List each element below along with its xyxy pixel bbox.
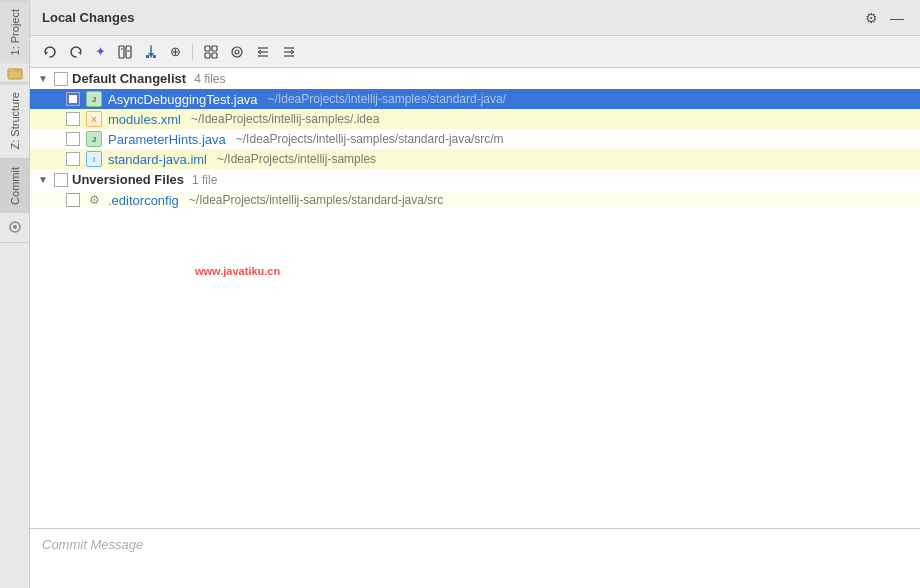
changelist-default-header[interactable]: ▼ Default Changelist 4 files bbox=[30, 68, 920, 89]
checkbox-modules[interactable] bbox=[66, 112, 80, 126]
toggle-unversioned[interactable]: ▼ bbox=[38, 174, 50, 185]
checkbox-async[interactable] bbox=[66, 92, 80, 106]
config-icon-editorconfig: ⚙ bbox=[86, 192, 102, 208]
changelist-unversioned: ▼ Unversioned Files 1 file ⚙ .editorconf… bbox=[30, 169, 920, 210]
filename-editorconfig: .editorconfig bbox=[108, 193, 179, 208]
group-by-btn[interactable] bbox=[199, 43, 223, 61]
revert-btn[interactable] bbox=[64, 43, 88, 61]
file-item-iml[interactable]: I standard-java.iml ~/IdeaProjects/intel… bbox=[30, 149, 920, 169]
refresh-btn[interactable] bbox=[38, 43, 62, 61]
changelist-default: ▼ Default Changelist 4 files J AsyncDebu… bbox=[30, 68, 920, 169]
show-diff-btn[interactable] bbox=[113, 43, 137, 61]
sidebar-tab-project-label: 1: Project bbox=[9, 9, 21, 55]
expand-icon bbox=[256, 45, 270, 59]
file-tree: ▼ Default Changelist 4 files J AsyncDebu… bbox=[30, 68, 920, 528]
folder-icon-btn[interactable] bbox=[0, 63, 30, 83]
expand-all-btn[interactable] bbox=[251, 43, 275, 61]
changelist-unversioned-name: Unversioned Files bbox=[72, 172, 184, 187]
file-item-editorconfig[interactable]: ⚙ .editorconfig ~/IdeaProjects/intellij-… bbox=[30, 190, 920, 210]
svg-rect-15 bbox=[205, 53, 210, 58]
circle-icon bbox=[8, 220, 22, 234]
collapse-icon bbox=[282, 45, 296, 59]
tree-padding bbox=[30, 210, 920, 290]
preview-icon bbox=[230, 45, 244, 59]
settings-button[interactable]: ⚙ bbox=[861, 8, 882, 28]
java-icon-async: J bbox=[86, 91, 102, 107]
checkbox-parameterhints[interactable] bbox=[66, 132, 80, 146]
svg-marker-4 bbox=[78, 52, 81, 55]
panel-header: Local Changes ⚙ — bbox=[30, 0, 920, 36]
filepath-iml: ~/IdeaProjects/intellij-samples bbox=[217, 152, 376, 166]
panel-header-actions: ⚙ — bbox=[861, 8, 908, 28]
svg-rect-6 bbox=[126, 46, 131, 58]
update-btn[interactable] bbox=[139, 43, 163, 61]
main-content: Local Changes ⚙ — ✦ bbox=[30, 0, 920, 588]
file-item-modules[interactable]: X modules.xml ~/IdeaProjects/intellij-sa… bbox=[30, 109, 920, 129]
file-item-parameterhints[interactable]: J ParameterHints.java ~/IdeaProjects/int… bbox=[30, 129, 920, 149]
filename-parameterhints: ParameterHints.java bbox=[108, 132, 226, 147]
sidebar-tab-commit[interactable]: Commit bbox=[0, 158, 29, 213]
refresh-icon bbox=[43, 45, 57, 59]
filename-async: AsyncDebuggingTest.java bbox=[108, 92, 258, 107]
sidebar-tab-project[interactable]: 1: Project bbox=[0, 0, 29, 63]
svg-rect-11 bbox=[146, 55, 149, 58]
checkbox-editorconfig[interactable] bbox=[66, 193, 80, 207]
commit-area: Commit Message bbox=[30, 528, 920, 588]
filename-iml: standard-java.iml bbox=[108, 152, 207, 167]
diff-icon bbox=[118, 45, 132, 59]
iml-icon: I bbox=[86, 151, 102, 167]
sidebar-tab-structure[interactable]: Z: Structure bbox=[0, 83, 29, 157]
checkbox-iml[interactable] bbox=[66, 152, 80, 166]
svg-point-2 bbox=[13, 225, 17, 229]
svg-point-18 bbox=[235, 50, 239, 54]
checkbox-unversioned[interactable] bbox=[54, 173, 68, 187]
collapse-all-btn[interactable] bbox=[277, 43, 301, 61]
svg-rect-12 bbox=[153, 55, 156, 58]
minimize-button[interactable]: — bbox=[886, 8, 908, 28]
changelist-default-count: 4 files bbox=[194, 72, 225, 86]
changelist-unversioned-count: 1 file bbox=[192, 173, 217, 187]
filename-modules: modules.xml bbox=[108, 112, 181, 127]
checkbox-default[interactable] bbox=[54, 72, 68, 86]
changelist-unversioned-header[interactable]: ▼ Unversioned Files 1 file bbox=[30, 169, 920, 190]
filepath-editorconfig: ~/IdeaProjects/intellij-samples/standard… bbox=[189, 193, 443, 207]
svg-point-17 bbox=[232, 47, 242, 57]
panel-title: Local Changes bbox=[42, 10, 134, 25]
toolbar-separator-1 bbox=[192, 44, 193, 60]
circle-icon-btn[interactable] bbox=[0, 213, 30, 243]
groupby-icon bbox=[204, 45, 218, 59]
filepath-async: ~/IdeaProjects/intellij-samples/standard… bbox=[268, 92, 506, 106]
sidebar-left: 1: Project Z: Structure Commit bbox=[0, 0, 30, 588]
filepath-modules: ~/IdeaProjects/intellij-samples/.idea bbox=[191, 112, 379, 126]
toggle-default[interactable]: ▼ bbox=[38, 73, 50, 84]
sidebar-tab-structure-label: Z: Structure bbox=[9, 92, 21, 149]
folder-icon bbox=[7, 65, 23, 81]
svg-rect-14 bbox=[212, 46, 217, 51]
svg-marker-3 bbox=[45, 52, 48, 55]
update-icon bbox=[144, 45, 158, 59]
svg-rect-5 bbox=[119, 46, 124, 58]
commit-message-placeholder: Commit Message bbox=[42, 537, 143, 552]
revert-icon bbox=[69, 45, 83, 59]
changelist-default-name: Default Changelist bbox=[72, 71, 186, 86]
checkbox-check-icon bbox=[68, 94, 78, 104]
file-item-async[interactable]: J AsyncDebuggingTest.java ~/IdeaProjects… bbox=[30, 89, 920, 109]
preview-btn[interactable] bbox=[225, 43, 249, 61]
xml-icon-modules: X bbox=[86, 111, 102, 127]
filepath-parameterhints: ~/IdeaProjects/intellij-samples/standard… bbox=[236, 132, 504, 146]
move-changelist-btn[interactable]: ⊕ bbox=[165, 42, 186, 61]
svg-rect-13 bbox=[205, 46, 210, 51]
svg-rect-16 bbox=[212, 53, 217, 58]
toolbar: ✦ ⊕ bbox=[30, 36, 920, 68]
sidebar-tab-commit-label: Commit bbox=[9, 167, 21, 205]
java-icon-parameterhints: J bbox=[86, 131, 102, 147]
shelve-btn[interactable]: ✦ bbox=[90, 42, 111, 61]
svg-rect-25 bbox=[69, 95, 77, 103]
